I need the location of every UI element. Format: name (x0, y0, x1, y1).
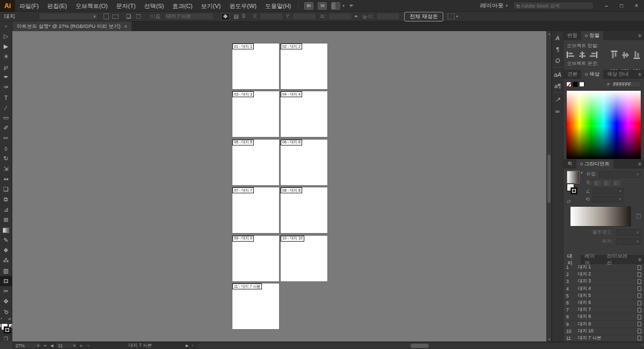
tab-layers[interactable]: 레이어 (581, 255, 603, 264)
perspective-grid-tool[interactable]: ⊿ (0, 205, 12, 215)
artboard[interactable]: 04 - 대지 4 (281, 91, 327, 137)
gradient-type-select[interactable]: ▾ (599, 171, 641, 178)
slice-tool[interactable]: ✂ (0, 286, 12, 296)
panel-menu-icon[interactable]: ≡ (635, 31, 644, 40)
chevron-down-icon[interactable]: ▾ (456, 14, 458, 19)
tab-color-guide[interactable]: 색상 안내 (603, 70, 633, 79)
vertical-align-top-icon[interactable] (611, 51, 618, 59)
tab-swatches[interactable]: 견본 (564, 70, 581, 79)
color-spectrum[interactable] (566, 90, 641, 159)
menu-item-6[interactable]: 보기(V) (197, 0, 225, 12)
horizontal-align-right-icon[interactable] (589, 52, 597, 58)
artboard[interactable]: 01 - 대지 1 (232, 43, 279, 89)
maximize-button[interactable]: □ (614, 0, 629, 12)
artboard-options-icon[interactable] (638, 336, 641, 340)
artboard-list-item[interactable]: 4대지 4 (564, 286, 644, 293)
scroll-up-icon[interactable]: ▴ (547, 32, 552, 35)
lasso-tool[interactable]: ℘ (0, 62, 12, 72)
menu-item-7[interactable]: 윈도우(W) (225, 0, 261, 12)
last-artboard-icon[interactable]: ⇥ (86, 344, 90, 348)
white-swatch[interactable] (579, 82, 584, 87)
vertical-scrollbar[interactable]: ▴ ▾ (546, 31, 551, 341)
width-field[interactable] (328, 13, 352, 20)
artboard-options-icon[interactable] (638, 322, 641, 326)
tab-libraries[interactable]: 라이브러리 (603, 255, 635, 264)
stroke-swatch[interactable] (570, 187, 577, 194)
eyedropper-tool[interactable]: ✎ (0, 235, 12, 245)
zoom-level-select[interactable]: 27%▾ (13, 343, 41, 348)
rotate-tool[interactable]: ↻ (0, 154, 12, 164)
pen-tool[interactable]: ✒ (0, 72, 12, 82)
toolbar-collapse-icon[interactable]: » (0, 21, 12, 31)
artboard[interactable]: 10 - 대지 10 (281, 236, 327, 281)
bridge-icon[interactable]: Br (304, 2, 313, 10)
tab-align[interactable]: 정렬 (581, 31, 603, 40)
opentype-panel-icon[interactable]: O (552, 55, 564, 66)
hand-tool[interactable]: ✥ (0, 296, 12, 307)
artboard-options-icon[interactable]: ▤ (232, 13, 240, 20)
menu-item-8[interactable]: 도움말(H) (261, 0, 295, 12)
artboard-tool[interactable]: ⊡ (0, 276, 12, 286)
menu-item-0[interactable]: 파일(F) (15, 0, 43, 12)
chevron-down-icon[interactable]: ▾ (581, 171, 583, 175)
mesh-tool[interactable]: ⊞ (0, 215, 12, 225)
export-panel-icon[interactable]: ↗ (552, 94, 564, 105)
arrange-documents-icon[interactable] (331, 2, 340, 10)
menu-item-1[interactable]: 편집(E) (43, 0, 71, 12)
artboard-options-icon[interactable] (638, 315, 641, 319)
aspect-ratio-select[interactable]: ▾ (592, 196, 623, 202)
tab-transform[interactable]: 변형 (564, 31, 581, 40)
gradient-angle-select[interactable]: ▾ (592, 188, 624, 194)
gradient-along-stroke-icon[interactable] (604, 180, 611, 186)
canvas[interactable]: 01 - 대지 102 - 대지 203 - 대지 304 - 대지 405 -… (12, 31, 546, 341)
artboard[interactable]: 05 - 대지 5 (232, 140, 279, 185)
landscape-orientation-button[interactable] (111, 13, 120, 20)
artboard[interactable]: 07 - 대지 7 (232, 187, 279, 233)
paragraph-panel-icon[interactable]: ¶ (552, 43, 564, 55)
scale-tool[interactable]: ⇲ (0, 164, 12, 174)
horizontal-scroll-thumb[interactable] (411, 344, 429, 348)
artboard-list-item[interactable]: 5대지 5 (564, 293, 644, 300)
panel-menu-icon[interactable]: ≡ (635, 70, 644, 79)
artboard-preset-select[interactable]: ▾ (39, 13, 98, 20)
artboard[interactable]: 11 - 대지 7 사본 (232, 283, 279, 329)
height-field[interactable] (376, 13, 400, 20)
opacity-select[interactable]: ▾ (616, 229, 641, 236)
gradient-tool[interactable] (0, 225, 12, 235)
horizontal-scrollbar[interactable]: › (197, 343, 642, 348)
menu-item-4[interactable]: 선택(S) (140, 0, 169, 12)
none-button[interactable] (9, 324, 12, 328)
previous-artboard-icon[interactable]: ◀ (50, 344, 53, 348)
curvature-tool[interactable]: ✑ (0, 82, 12, 92)
stock-search-box[interactable]: ⚲ (513, 2, 594, 10)
menu-item-5[interactable]: 효과(C) (168, 0, 196, 12)
close-tab-icon[interactable]: × (124, 24, 127, 30)
swap-fill-stroke-icon[interactable]: ⇄ (8, 317, 11, 321)
artboard-navigation-select[interactable]: 11▾ (56, 343, 77, 348)
artboard-options-icon[interactable] (638, 279, 641, 284)
delete-artboard-icon[interactable] (135, 13, 142, 20)
status-menu-icon[interactable]: ▶ (186, 344, 188, 348)
horizontal-align-center-icon[interactable] (578, 52, 586, 58)
tab-artboards[interactable]: 대지 (564, 255, 581, 264)
artboard-list-item[interactable]: 6대지 6 (564, 300, 644, 307)
new-artboard-icon[interactable]: ❏ (125, 13, 133, 20)
artboard[interactable]: 08 - 대지 8 (281, 187, 327, 233)
artboard-bounds-icon[interactable] (448, 13, 455, 19)
artboard-list-item[interactable]: 2대지 2 (564, 271, 644, 278)
reverse-gradient-icon[interactable]: ⇄ (567, 199, 571, 204)
scroll-right-icon[interactable]: › (642, 343, 643, 347)
selection-tool[interactable]: ▷ (0, 31, 12, 41)
document-tab[interactable]: 아트보드 설명* @ 27% (RGB/GPU 미리 보기) × (12, 21, 131, 31)
artboard-list-item[interactable]: 7대지 7 (564, 307, 644, 314)
gradient-thumbnail[interactable] (567, 171, 580, 184)
minimize-button[interactable]: – (599, 0, 614, 12)
shape-builder-tool[interactable]: ⧉ (0, 194, 12, 205)
artboard-list-item[interactable]: 9대지 9 (564, 321, 644, 328)
status-back-icon[interactable]: ‹ (192, 344, 193, 347)
move-artboard-icon[interactable]: ✥ (221, 13, 230, 20)
menu-item-2[interactable]: 오브젝트(O) (71, 0, 112, 12)
show-grid-icon[interactable]: ⠿ (240, 13, 247, 20)
artboard-list-item[interactable]: 10대지 10 (564, 328, 644, 335)
rectangle-tool[interactable]: ▭ (0, 113, 12, 123)
